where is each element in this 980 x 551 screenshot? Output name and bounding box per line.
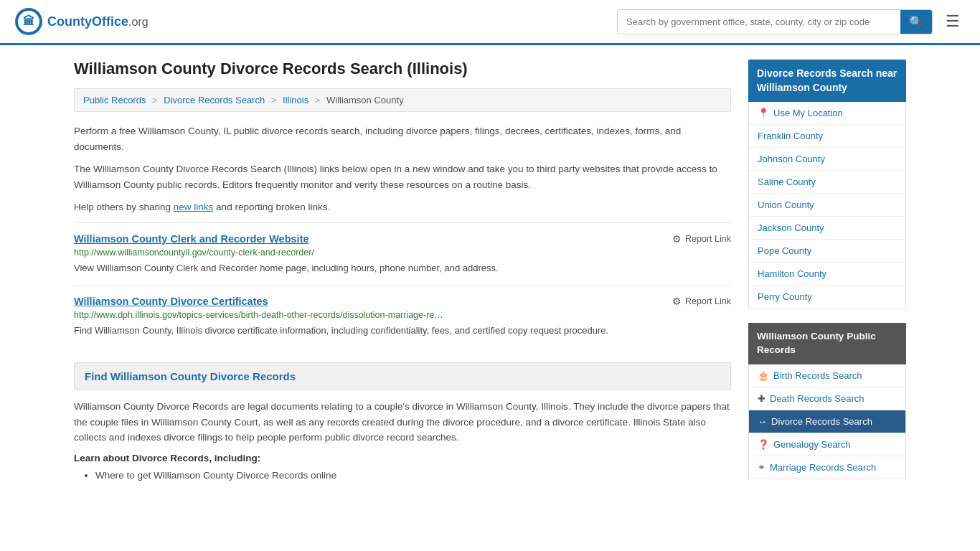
svg-text:🏛: 🏛 [23,14,34,27]
report-link-1[interactable]: ⚙ Report Link [672,233,731,245]
breadcrumb-public-records[interactable]: Public Records [83,95,146,105]
link-item-1-desc: View Williamson County Clerk and Recorde… [74,261,731,276]
jackson-county-link[interactable]: Jackson County [758,222,824,233]
sidebar-divorce-records[interactable]: ↔ Divorce Records Search [749,410,905,433]
intro-p3-suffix: and reporting broken links. [213,202,330,212]
link-item-1-header: Williamson County Clerk and Recorder Web… [74,233,731,245]
search-button[interactable]: 🔍 [900,10,932,34]
main-container: Williamson County Divorce Records Search… [60,45,920,508]
divorce-icon: ↔ [758,416,767,427]
search-bar: 🔍 [617,9,933,34]
death-icon: ✚ [758,393,765,404]
sidebar-use-location[interactable]: 📍 Use My Location [749,102,905,125]
report-link-2[interactable]: ⚙ Report Link [672,296,731,307]
divorce-records-link[interactable]: Divorce Records Search [771,416,872,427]
sidebar-county-johnson[interactable]: Johnson County [749,148,905,171]
report-link-1-label: Report Link [685,234,731,244]
union-county-link[interactable]: Union County [758,199,814,210]
bullet-item-0: Where to get Williamson County Divorce R… [95,468,731,484]
report-icon-1: ⚙ [672,233,682,245]
pope-county-link[interactable]: Pope County [758,245,811,256]
intro-p3-prefix: Help others by sharing [74,202,174,212]
sidebar-county-union[interactable]: Union County [749,194,905,217]
intro-p2: The Williamson County Divorce Records Se… [74,161,731,192]
breadcrumb-sep-2: > [271,95,277,105]
bullet-list: Where to get Williamson County Divorce R… [95,468,731,484]
link-item-1: Williamson County Clerk and Recorder Web… [74,222,731,286]
report-link-2-label: Report Link [685,296,731,306]
birth-icon: 🎂 [758,370,769,381]
intro-p1: Perform a free Williamson County, IL pub… [74,123,731,154]
sidebar-county-perry[interactable]: Perry County [749,286,905,308]
sidebar-birth-records[interactable]: 🎂 Birth Records Search [749,364,905,387]
saline-county-link[interactable]: Saline County [758,176,816,187]
header: 🏛 CountyOffice.org 🔍 ☰ [0,0,980,45]
breadcrumb-divorce-records[interactable]: Divorce Records Search [164,95,265,105]
link-item-2-desc: Find Williamson County, Illinois divorce… [74,324,731,338]
sidebar-public-records-heading: Williamson County Public Records [748,323,906,364]
header-right: 🔍 ☰ [617,9,966,34]
sidebar-death-records[interactable]: ✚ Death Records Search [749,387,905,410]
sidebar-nearby-list: 📍 Use My Location Franklin County Johnso… [748,102,906,309]
sidebar-genealogy[interactable]: ❓ Genealogy Search [749,433,905,456]
page-title: Williamson County Divorce Records Search… [74,60,731,78]
link-item-2-url[interactable]: http://www.dph.illinois.gov/topics-servi… [74,310,731,320]
link-item-1-title[interactable]: Williamson County Clerk and Recorder Web… [74,233,309,245]
sidebar-county-jackson[interactable]: Jackson County [749,217,905,240]
logo-area: 🏛 CountyOffice.org [14,7,149,36]
sidebar-public-records-section: Williamson County Public Records 🎂 Birth… [748,323,906,479]
breadcrumb: Public Records > Divorce Records Search … [74,88,731,112]
genealogy-icon: ❓ [758,439,769,450]
sidebar: Divorce Records Search near Williamson C… [748,60,906,494]
new-links-link[interactable]: new links [174,202,214,212]
sidebar-county-pope[interactable]: Pope County [749,240,905,263]
sidebar-marriage-records[interactable]: ⚭ Marriage Records Search [749,456,905,479]
sidebar-county-saline[interactable]: Saline County [749,171,905,194]
link-item-2-title[interactable]: Williamson County Divorce Certificates [74,296,268,307]
sidebar-nearby-section: Divorce Records Search near Williamson C… [748,60,906,309]
genealogy-link[interactable]: Genealogy Search [773,439,851,450]
content-area: Williamson County Divorce Records Search… [74,60,731,494]
location-icon: 📍 [758,108,769,118]
marriage-icon: ⚭ [758,462,765,473]
report-icon-2: ⚙ [672,296,682,307]
link-item-2-header: Williamson County Divorce Certificates ⚙… [74,296,731,307]
sidebar-county-hamilton[interactable]: Hamilton County [749,263,905,286]
logo-icon: 🏛 [14,7,43,36]
perry-county-link[interactable]: Perry County [758,291,812,302]
breadcrumb-sep-1: > [152,95,158,105]
link-item-1-url[interactable]: http://www.williamsoncountyil.gov/county… [74,248,731,258]
franklin-county-link[interactable]: Franklin County [758,131,823,141]
sidebar-public-records-list: 🎂 Birth Records Search ✚ Death Records S… [748,364,906,479]
breadcrumb-sep-3: > [315,95,321,105]
link-item-2: Williamson County Divorce Certificates ⚙… [74,285,731,348]
hamilton-county-link[interactable]: Hamilton County [758,268,826,279]
death-records-link[interactable]: Death Records Search [770,393,864,404]
find-section-body: Williamson County Divorce Records are le… [74,399,731,446]
search-input[interactable] [618,11,900,32]
birth-records-link[interactable]: Birth Records Search [773,370,862,381]
marriage-records-link[interactable]: Marriage Records Search [770,462,876,473]
sidebar-county-franklin[interactable]: Franklin County [749,125,905,148]
use-my-location-link[interactable]: Use My Location [773,108,843,118]
find-section-bold-label: Learn about Divorce Records, including: [74,453,731,463]
intro-p3: Help others by sharing new links and rep… [74,199,731,215]
breadcrumb-current: Williamson County [326,95,404,105]
find-section-heading: Find Williamson County Divorce Records [74,362,731,390]
johnson-county-link[interactable]: Johnson County [758,154,825,164]
logo-text: CountyOffice.org [47,14,149,29]
menu-icon[interactable]: ☰ [940,9,966,34]
breadcrumb-illinois[interactable]: Illinois [283,95,308,105]
sidebar-nearby-heading: Divorce Records Search near Williamson C… [748,60,906,102]
